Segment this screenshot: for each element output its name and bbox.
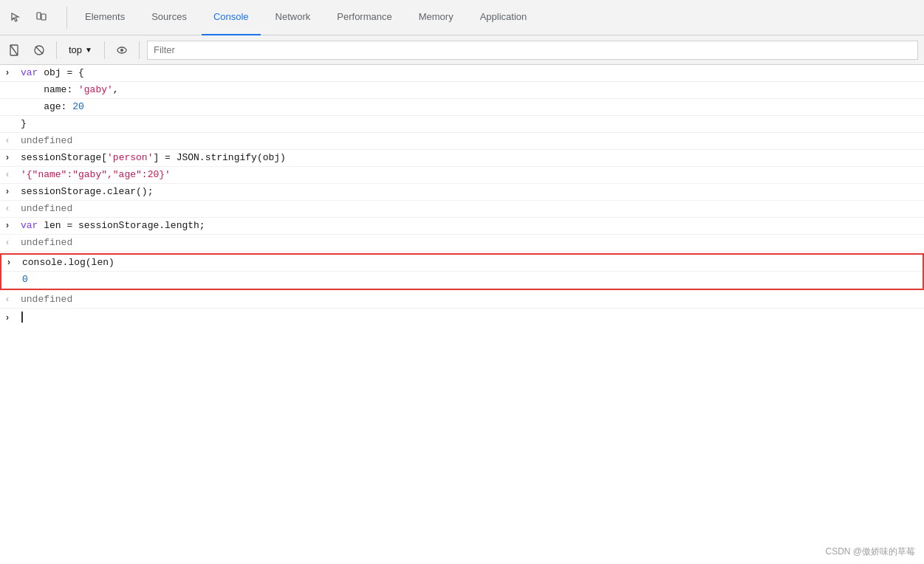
tab-elements[interactable]: Elements [73,0,137,35]
console-output-content: undefined [21,134,924,148]
tab-divider-1 [66,7,67,29]
chevron-left-icon: ‹ [6,202,21,213]
tab-memory[interactable]: Memory [407,0,465,35]
tab-application[interactable]: Application [468,0,539,35]
console-line: } [0,116,924,133]
console-line: › var len = sessionStorage.length; [0,218,924,235]
console-line-content: } [21,117,924,131]
line-indent [6,83,21,84]
inspect-element-button[interactable] [6,7,27,28]
console-output-line: ‹ undefined [0,133,924,150]
clear-console-button[interactable] [6,41,25,60]
chevron-right-icon: › [6,219,21,230]
console-output-line: ‹ undefined [0,201,924,218]
chevron-down-icon: ▼ [85,46,92,54]
tab-console[interactable]: Console [202,0,261,35]
chevron-right-icon: › [7,256,22,267]
tab-performance[interactable]: Performance [325,0,403,35]
console-output-line: ‹ '{"name":"gaby","age":20}' [0,167,924,184]
toolbar-icons [6,7,52,28]
context-label: top [69,44,82,55]
console-line-content: sessionStorage['person'] = JSON.stringif… [21,151,924,165]
chevron-right-icon: › [6,66,21,78]
console-line: › console.log(len) [1,255,923,272]
highlighted-console-block: › console.log(len) 0 [0,253,924,290]
console-output-line: ‹ undefined [0,235,924,252]
line-indent [7,273,22,274]
chevron-left-icon: ‹ [6,293,21,304]
toolbar-divider-3 [139,41,140,59]
tab-sources[interactable]: Sources [140,0,199,35]
chevron-left-icon: ‹ [6,236,21,247]
svg-rect-1 [41,14,46,20]
svg-line-5 [35,47,43,54]
chevron-right-icon: › [6,185,21,196]
svg-line-3 [10,45,18,55]
console-output-content: undefined [21,202,924,216]
tab-bar: Elements Sources Console Network Perform… [0,0,924,35]
device-toolbar-button[interactable] [31,7,52,28]
chevron-left-icon: ‹ [6,134,21,145]
console-output-content: '{"name":"gaby","age":20}' [21,168,924,182]
line-indent [6,117,21,118]
svg-point-7 [120,49,123,52]
console-line-content: sessionStorage.clear(); [21,185,924,199]
tab-network[interactable]: Network [264,0,323,35]
console-output-content: undefined [21,293,924,306]
console-output-num: 0 [22,273,923,286]
console-output-line: 0 [1,272,923,289]
watermark: CSDN @傲娇味的草莓 [825,546,915,558]
console-line: › var obj = { [0,65,924,82]
console-line: › sessionStorage.clear(); [0,184,924,201]
console-line-content: age: 20 [21,100,924,114]
chevron-right-icon: › [6,151,21,162]
console-input-line[interactable]: › [0,309,924,325]
console-line-content: var obj = { [21,66,924,80]
eye-button[interactable] [112,41,131,60]
console-line-content: var len = sessionStorage.length; [21,219,924,233]
console-line-content: console.log(len) [22,256,923,269]
svg-rect-0 [37,13,41,19]
console-area: › var obj = { name: 'gaby', age: 20 } ‹ … [0,65,924,563]
console-line: › sessionStorage['person'] = JSON.string… [0,150,924,167]
filter-input[interactable] [147,41,918,60]
console-line: name: 'gaby', [0,82,924,99]
console-line: age: 20 [0,99,924,116]
chevron-left-icon: ‹ [6,168,21,179]
line-indent [6,100,21,101]
toolbar-divider-2 [104,41,105,59]
chevron-right-icon: › [6,312,21,323]
stop-on-exception-button[interactable] [30,41,49,60]
console-output-line: ‹ undefined [0,292,924,309]
input-cursor [21,312,23,323]
console-toolbar: top ▼ [0,35,924,65]
context-selector[interactable]: top ▼ [64,43,97,57]
toolbar-divider [56,41,57,59]
console-line-content: name: 'gaby', [21,83,924,97]
console-output-content: undefined [21,236,924,250]
